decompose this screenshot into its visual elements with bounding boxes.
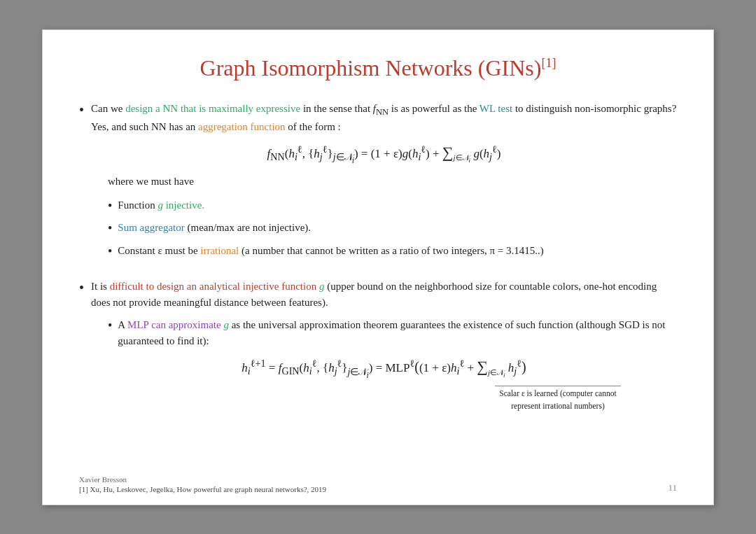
annotation-text: Scalar ε is learned (computer cannot rep… (499, 389, 616, 410)
sub-text-2: Sum aggregator (mean/max are not injecti… (118, 220, 677, 236)
bullet-2: • It is difficult to design an analytica… (79, 279, 677, 440)
title-sup: [1] (541, 56, 556, 70)
where-line: where we must have (108, 174, 677, 190)
footer-left-area: Xavier Bresson [1] Xu, Hu, Leskovec, Jeg… (79, 475, 326, 493)
title-text: Graph Isomorphism Networks (GINs) (200, 55, 542, 80)
b2-g: g (316, 281, 324, 292)
b1-end: of the form : (286, 121, 341, 132)
sub-bullet-1-1: • Function g injective. (108, 197, 677, 216)
footnote-ref: [1] Xu, Hu, Leskovec, Jegelka, How power… (79, 485, 326, 493)
footer-author: Xavier Bresson (79, 475, 326, 484)
formula-2: hiℓ+1 = fGIN(hiℓ, {hjℓ}j∈𝒩i) = MLPℓ((1 +… (91, 356, 677, 381)
slide: Graph Isomorphism Networks (GINs)[1] • C… (42, 29, 714, 505)
sub-text-1: Function g injective. (118, 197, 677, 213)
sub-bullet-1-3: • Constant ε must be irrational (a numbe… (108, 243, 677, 262)
scalar-annotation: Scalar ε is learned (computer cannot rep… (495, 386, 621, 413)
b1-wl: WL test (479, 103, 512, 114)
footer-page: 11 (668, 482, 677, 493)
sub-text-4: A MLP can approximate g as the universal… (118, 317, 677, 350)
slide-content: • Can we design a NN that is maximally e… (79, 101, 677, 441)
sub-dot-1: • (108, 197, 112, 216)
bullet-dot-2: • (79, 277, 84, 299)
b2-red: difficult to design an analytical inject… (110, 281, 316, 292)
annotation-area: Scalar ε is learned (computer cannot rep… (91, 386, 677, 413)
sub-text-3: Constant ε must be irrational (a number … (118, 243, 677, 259)
bullet-1: • Can we design a NN that is maximally e… (79, 101, 677, 268)
sub-bullet-1-2: • Sum aggregator (mean/max are not injec… (108, 220, 677, 239)
b1-prefix: Can we (91, 103, 125, 114)
sub-dot-4: • (108, 316, 112, 336)
bullet-dot-1: • (79, 99, 84, 121)
slide-footer: Xavier Bresson [1] Xu, Hu, Leskovec, Jeg… (79, 475, 677, 493)
b1-green: design a NN that is maximally expressive (125, 103, 300, 114)
sub-dot-3: • (108, 242, 112, 262)
sub-dot-2: • (108, 219, 112, 239)
b1-mid1: in the sense that fNN is as powerful as … (300, 103, 479, 114)
sub-bullet-2-1: • A MLP can approximate g as the univers… (108, 317, 677, 350)
bullet-2-text: It is difficult to design an analytical … (91, 279, 677, 440)
sub-bullets-1: • Function g injective. • Sum aggregator… (108, 197, 677, 262)
slide-title: Graph Isomorphism Networks (GINs)[1] (79, 55, 677, 81)
formula-2-wrapper: hiℓ+1 = fGIN(hiℓ, {hjℓ}j∈𝒩i) = MLPℓ((1 +… (91, 356, 677, 412)
bullet-1-text: Can we design a NN that is maximally exp… (91, 101, 677, 268)
sub-bullets-2: • A MLP can approximate g as the univers… (108, 317, 677, 350)
b1-agg: aggregation function (198, 121, 286, 132)
b2-prefix: It is (91, 281, 110, 292)
formula-1: fNN(hiℓ, {hjℓ}j∈𝒩i) = (1 + ε)g(hiℓ) + ∑j… (91, 142, 677, 167)
